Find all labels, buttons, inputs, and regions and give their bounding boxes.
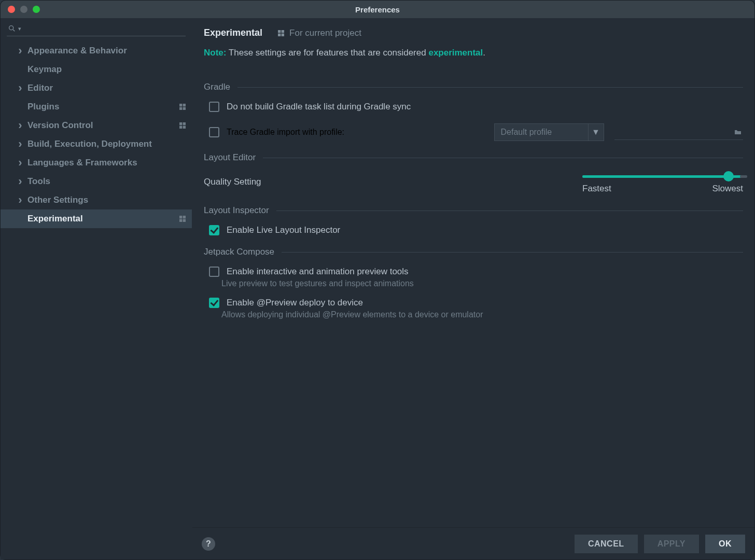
chevron-right-icon: › xyxy=(13,119,27,132)
gradle-no-build-checkbox[interactable] xyxy=(209,102,219,112)
jetpack-deploy-hint: Allows deploying individual @Preview ele… xyxy=(204,310,743,319)
help-button[interactable]: ? xyxy=(202,537,215,551)
gradle-profile-path-input[interactable] xyxy=(614,124,743,140)
svg-rect-5 xyxy=(183,107,186,110)
svg-rect-7 xyxy=(183,122,186,125)
svg-rect-2 xyxy=(179,104,182,106)
chevron-right-icon: › xyxy=(13,137,27,151)
jetpack-deploy-checkbox[interactable] xyxy=(209,298,219,308)
close-icon[interactable] xyxy=(8,6,15,13)
project-scope-icon xyxy=(178,121,187,130)
project-scope-icon xyxy=(178,215,187,223)
project-scope-icon xyxy=(277,29,285,37)
svg-rect-4 xyxy=(179,107,182,110)
gradle-no-build-row: Do not build Gradle task list during Gra… xyxy=(204,102,743,112)
titlebar: Preferences xyxy=(1,1,754,18)
svg-rect-13 xyxy=(183,219,186,222)
sidebar-item-keymap[interactable]: Keymap xyxy=(1,60,192,79)
sidebar-item-label: Keymap xyxy=(27,64,187,75)
window-title: Preferences xyxy=(1,5,754,14)
section-gradle: Gradle xyxy=(204,82,743,92)
svg-rect-8 xyxy=(179,126,182,129)
dialog-footer: ? CANCEL APPLY OK xyxy=(192,527,754,559)
chevron-right-icon: › xyxy=(13,193,27,207)
chevron-right-icon: › xyxy=(13,175,27,188)
chevron-right-icon: › xyxy=(13,44,27,58)
maximize-icon[interactable] xyxy=(33,6,40,13)
sidebar-item-plugins[interactable]: Plugins xyxy=(1,97,192,116)
svg-rect-10 xyxy=(179,216,182,218)
jetpack-interactive-checkbox[interactable] xyxy=(209,267,219,277)
sidebar-item-languages-frameworks[interactable]: ›Languages & Frameworks xyxy=(1,153,192,172)
window-controls xyxy=(8,6,40,13)
sidebar-item-tools[interactable]: ›Tools xyxy=(1,172,192,191)
svg-rect-15 xyxy=(282,30,284,33)
svg-rect-9 xyxy=(183,126,186,129)
svg-rect-3 xyxy=(183,104,186,106)
apply-button[interactable]: APPLY xyxy=(644,535,699,553)
svg-rect-11 xyxy=(183,216,186,218)
folder-icon[interactable] xyxy=(733,128,743,136)
sidebar-item-label: Experimental xyxy=(27,214,178,224)
svg-rect-12 xyxy=(179,219,182,222)
sidebar-item-version-control[interactable]: ›Version Control xyxy=(1,116,192,135)
section-layout-inspector: Layout Inspector xyxy=(204,205,743,216)
experimental-link[interactable]: experimental xyxy=(428,48,483,58)
cancel-button[interactable]: CANCEL xyxy=(575,535,638,553)
sidebar-item-other-settings[interactable]: ›Other Settings xyxy=(1,191,192,209)
sidebar-item-label: Version Control xyxy=(27,120,178,131)
sidebar-item-experimental[interactable]: Experimental xyxy=(1,209,192,228)
sidebar-item-editor[interactable]: ›Editor xyxy=(1,79,192,97)
settings-sidebar: ▾ ›Appearance & BehaviorKeymap›EditorPlu… xyxy=(1,18,192,559)
ok-button[interactable]: OK xyxy=(705,535,745,553)
search-input[interactable]: ▾ xyxy=(7,22,186,36)
settings-tree: ›Appearance & BehaviorKeymap›EditorPlugi… xyxy=(1,38,192,559)
experimental-note: Note: These settings are for features th… xyxy=(192,38,754,58)
sidebar-item-appearance-behavior[interactable]: ›Appearance & Behavior xyxy=(1,41,192,60)
quality-slider[interactable] xyxy=(582,170,743,183)
svg-rect-6 xyxy=(179,122,182,125)
jetpack-interactive-hint: Live preview to test gestures and inspec… xyxy=(204,279,743,288)
section-jetpack-compose: Jetpack Compose xyxy=(204,247,743,257)
search-dropdown-icon[interactable]: ▾ xyxy=(18,25,21,32)
svg-rect-14 xyxy=(278,30,281,33)
svg-line-1 xyxy=(13,30,15,31)
sidebar-item-label: Tools xyxy=(27,176,187,187)
for-current-project-label: For current project xyxy=(277,28,361,38)
sidebar-item-label: Appearance & Behavior xyxy=(27,46,187,56)
sidebar-item-label: Editor xyxy=(27,83,187,93)
chevron-right-icon: › xyxy=(13,156,27,170)
minimize-icon[interactable] xyxy=(20,6,27,13)
svg-rect-16 xyxy=(278,33,281,36)
sidebar-item-label: Other Settings xyxy=(27,195,187,205)
gradle-profile-combo[interactable]: Default profile ▼ xyxy=(494,123,604,141)
sidebar-item-build-execution-deployment[interactable]: ›Build, Execution, Deployment xyxy=(1,135,192,153)
search-icon xyxy=(8,24,16,33)
slider-thumb[interactable] xyxy=(723,171,734,181)
sidebar-item-label: Build, Execution, Deployment xyxy=(27,139,187,149)
project-scope-icon xyxy=(178,103,187,111)
svg-rect-17 xyxy=(282,33,284,36)
main-panel: Experimental For current project Note: T… xyxy=(192,18,754,559)
preferences-window: Preferences ▾ ›Appearance & BehaviorKeym… xyxy=(0,0,755,560)
gradle-trace-checkbox[interactable] xyxy=(209,127,219,137)
live-layout-inspector-checkbox[interactable] xyxy=(209,225,219,235)
sidebar-item-label: Plugins xyxy=(27,102,178,112)
sidebar-item-label: Languages & Frameworks xyxy=(27,158,187,168)
svg-point-0 xyxy=(9,26,13,30)
chevron-right-icon: › xyxy=(13,81,27,95)
section-layout-editor: Layout Editor xyxy=(204,152,743,163)
page-title: Experimental xyxy=(204,27,262,38)
chevron-down-icon[interactable]: ▼ xyxy=(588,124,604,141)
quality-setting-label: Quality Setting xyxy=(204,177,261,187)
